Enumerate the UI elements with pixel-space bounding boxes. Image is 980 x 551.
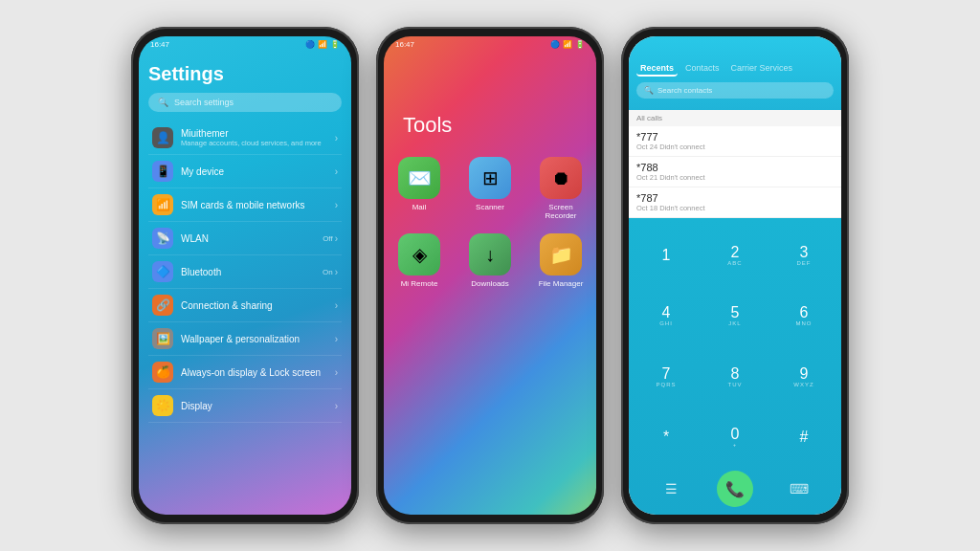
settings-item-mydevice[interactable]: 📱 My device › xyxy=(148,155,342,188)
dialer-tabs: Recents Contacts Carrier Services xyxy=(636,61,834,77)
dial-actions: ☰ 📞 ⌨ xyxy=(633,467,837,511)
settings-item-bluetooth[interactable]: 🔷 Bluetooth On › xyxy=(148,255,342,289)
dial-key-letters: TUV xyxy=(728,382,743,387)
settings-right-wallpaper: › xyxy=(335,334,338,344)
settings-item-connectionsharing[interactable]: 🔗 Connection & sharing › xyxy=(148,289,342,322)
dial-key-6[interactable]: 6 MNO xyxy=(770,287,837,346)
chevron-icon-wlan: › xyxy=(335,233,338,244)
dial-key-letters: JKL xyxy=(728,320,741,326)
dialer-keypad-area: 1 2 ABC 3 DEF 4 GHI 5 JKL 6 MNO 7 PQRS 8… xyxy=(629,218,841,515)
settings-title: Settings xyxy=(148,63,342,85)
call-number: *787 xyxy=(636,192,834,204)
chevron-icon-simcards: › xyxy=(335,200,338,210)
settings-right-bluetooth: On › xyxy=(323,267,338,277)
settings-right-connectionsharing: › xyxy=(335,300,338,311)
settings-item-simcards[interactable]: 📶 SIM cards & mobile networks › xyxy=(148,188,342,222)
settings-item-display[interactable]: ☀️ Display › xyxy=(148,389,342,423)
tool-label-filemanager: File Manager xyxy=(539,279,584,288)
dial-key-#[interactable]: # xyxy=(770,408,837,468)
dial-key-2[interactable]: 2 ABC xyxy=(702,226,768,285)
call-item[interactable]: *787 Oct 18 Didn't connect xyxy=(629,187,841,218)
tool-icon-miremote: ◈ xyxy=(398,233,440,276)
search-placeholder: Search settings xyxy=(174,98,234,107)
chevron-icon-miuithemer: › xyxy=(335,133,338,143)
tool-label-screenrecorder: Screen Recorder xyxy=(532,203,590,220)
dial-key-8[interactable]: 8 TUV xyxy=(702,347,768,407)
call-detail: Oct 21 Didn't connect xyxy=(636,173,834,182)
chevron-icon-connectionsharing: › xyxy=(335,300,338,311)
settings-label-bluetooth: Bluetooth xyxy=(181,267,315,277)
tools-screen-container: 16:47 🔵 📶 🔋 Tools ✉️ Mail ⊞ Scanner ⏺ Sc… xyxy=(384,36,596,515)
dial-key-number: 5 xyxy=(731,305,740,320)
chevron-icon-bluetooth: › xyxy=(335,267,338,277)
tools-screen: 16:47 🔵 📶 🔋 Tools ✉️ Mail ⊞ Scanner ⏺ Sc… xyxy=(384,36,596,515)
dial-key-7[interactable]: 7 PQRS xyxy=(633,347,700,407)
settings-icon-connectionsharing: 🔗 xyxy=(152,295,173,316)
dialer-search-placeholder: Search contacts xyxy=(657,86,712,95)
dial-key-letters: PQRS xyxy=(656,382,676,387)
tool-scanner[interactable]: ⊞ Scanner xyxy=(461,157,519,220)
settings-right-display: › xyxy=(335,401,338,411)
dialer-search-icon: 🔍 xyxy=(644,86,654,95)
dial-key-5[interactable]: 5 JKL xyxy=(702,287,768,346)
tool-mail[interactable]: ✉️ Mail xyxy=(390,157,448,220)
dial-key-number: 9 xyxy=(800,366,809,382)
settings-label-wlan: WLAN xyxy=(181,233,315,244)
settings-right-miuithemer: › xyxy=(335,133,338,143)
settings-label-alwayson: Always-on display & Lock screen xyxy=(181,367,327,378)
dial-key-letters: DEF xyxy=(797,260,812,266)
tool-filemanager[interactable]: 📁 File Manager xyxy=(532,233,590,288)
dial-key-1[interactable]: 1 xyxy=(633,226,700,285)
settings-label-simcards: SIM cards & mobile networks xyxy=(181,200,327,210)
search-icon: 🔍 xyxy=(158,98,168,107)
dial-key-3[interactable]: 3 DEF xyxy=(770,226,837,285)
chevron-icon-display: › xyxy=(335,401,338,411)
dial-key-0[interactable]: 0 + xyxy=(702,408,768,468)
dial-key-number: 4 xyxy=(662,305,671,320)
phone-tools: 16:47 🔵 📶 🔋 Tools ✉️ Mail ⊞ Scanner ⏺ Sc… xyxy=(376,27,604,524)
tab-carrier[interactable]: Carrier Services xyxy=(727,61,797,77)
call-item[interactable]: *777 Oct 24 Didn't connect xyxy=(629,126,841,157)
call-detail: Oct 24 Didn't connect xyxy=(636,143,834,151)
phone-settings: 16:47 🔵 📶 🔋 Settings 🔍 Search settings 👤… xyxy=(131,27,359,524)
tool-label-miremote: Mi Remote xyxy=(401,279,438,288)
dial-key-4[interactable]: 4 GHI xyxy=(633,287,700,346)
settings-screen: 16:47 🔵 📶 🔋 Settings 🔍 Search settings 👤… xyxy=(139,36,351,515)
settings-item-miuithemer[interactable]: 👤 Miuithemer Manage accounts, cloud serv… xyxy=(148,121,342,155)
dial-key-*[interactable]: * xyxy=(633,408,700,468)
call-item[interactable]: *788 Oct 21 Didn't connect xyxy=(629,157,841,187)
dial-key-letters: + xyxy=(733,442,738,448)
tool-icon-screenrecorder: ⏺ xyxy=(540,157,582,199)
dial-key-number: 3 xyxy=(800,245,809,260)
tool-icon-mail: ✉️ xyxy=(398,157,440,199)
dial-key-9[interactable]: 9 WXYZ xyxy=(770,347,837,407)
calls-section: All calls xyxy=(629,110,841,126)
tab-recents[interactable]: Recents xyxy=(636,61,678,77)
status-bar-2: 16:47 🔵 📶 🔋 xyxy=(384,36,596,51)
settings-item-wallpaper[interactable]: 🖼️ Wallpaper & personalization › xyxy=(148,322,342,356)
dialer-search-bar[interactable]: 🔍 Search contacts xyxy=(636,82,834,99)
settings-list: 👤 Miuithemer Manage accounts, cloud serv… xyxy=(148,121,342,423)
keypad-button[interactable]: ⌨ xyxy=(784,474,814,504)
status-bar-1: 16:47 🔵 📶 🔋 xyxy=(139,36,351,51)
tool-screenrecorder[interactable]: ⏺ Screen Recorder xyxy=(532,157,590,220)
settings-right-alwayson: › xyxy=(335,367,338,378)
settings-search-bar[interactable]: 🔍 Search settings xyxy=(148,93,342,112)
tool-downloads[interactable]: ↓ Downloads xyxy=(461,233,519,288)
settings-icon-wlan: 📡 xyxy=(152,228,173,249)
settings-item-wlan[interactable]: 📡 WLAN Off › xyxy=(148,222,342,255)
dialer-screen: Recents Contacts Carrier Services 🔍 Sear… xyxy=(629,36,841,515)
chevron-icon-alwayson: › xyxy=(335,367,338,378)
tool-label-downloads: Downloads xyxy=(471,279,509,288)
phone-dialer: Recents Contacts Carrier Services 🔍 Sear… xyxy=(621,27,849,524)
settings-item-alwayson[interactable]: 🍊 Always-on display & Lock screen › xyxy=(148,356,342,389)
settings-icon-wallpaper: 🖼️ xyxy=(152,328,173,349)
tool-miremote[interactable]: ◈ Mi Remote xyxy=(390,233,448,288)
menu-button[interactable]: ☰ xyxy=(656,474,686,504)
tab-contacts[interactable]: Contacts xyxy=(681,61,724,77)
call-button[interactable]: 📞 xyxy=(717,471,753,507)
dial-key-number: 6 xyxy=(800,305,809,320)
tool-icon-filemanager: 📁 xyxy=(540,233,582,276)
dial-key-number: 8 xyxy=(731,366,740,382)
calls-list: *777 Oct 24 Didn't connect *788 Oct 21 D… xyxy=(629,126,841,218)
